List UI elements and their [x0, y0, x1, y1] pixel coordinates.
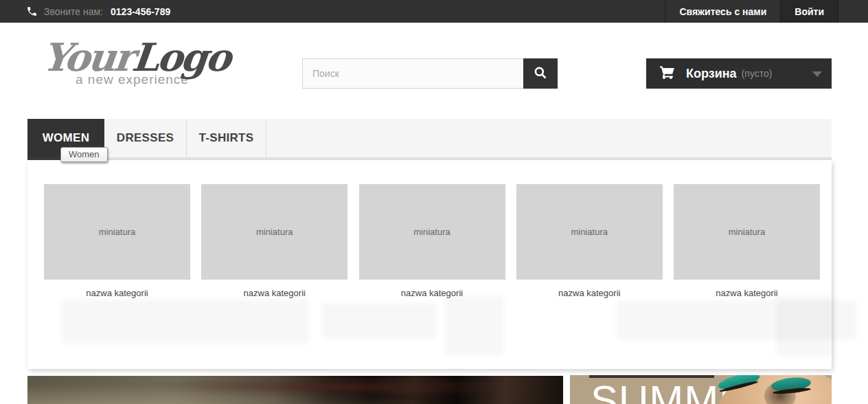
category-item[interactable]: miniatura nazwa kategorii	[201, 184, 347, 298]
store-logo[interactable]: YourLogo a new experience	[43, 38, 229, 87]
ghost-artifact	[776, 296, 832, 357]
category-thumbnail[interactable]: miniatura	[201, 184, 347, 280]
category-thumbnail[interactable]: miniatura	[44, 184, 190, 280]
ghost-artifact	[445, 296, 504, 355]
logo-text: YourLogo	[41, 38, 231, 76]
search-input[interactable]	[302, 58, 523, 89]
homepage-slider: SUMMER	[0, 375, 868, 404]
main-nav: WOMEN DRESSES T-SHIRTS	[27, 119, 832, 157]
slider-photo-banner[interactable]	[27, 376, 563, 404]
category-thumbnail[interactable]: miniatura	[674, 184, 820, 280]
model-face-image	[701, 375, 832, 404]
category-item[interactable]: miniatura nazwa kategorii	[516, 184, 663, 298]
search-box	[302, 58, 558, 89]
category-thumbnail[interactable]: miniatura	[359, 184, 505, 280]
category-row: miniatura nazwa kategorii miniatura nazw…	[27, 160, 832, 298]
summer-banner[interactable]: SUMMER	[570, 375, 832, 404]
search-icon	[534, 66, 547, 82]
ghost-artifact	[321, 303, 437, 339]
topbar: Звоните нам: 0123-456-789 Свяжитесь с на…	[0, 0, 868, 23]
topbar-links: Свяжитесь с нами Войти	[665, 0, 868, 23]
chevron-down-icon	[812, 71, 822, 77]
cart-icon	[659, 64, 676, 83]
phone-number: 0123-456-789	[111, 6, 170, 17]
cart-empty-status: (пусто)	[742, 68, 773, 79]
category-name[interactable]: nazwa kategorii	[516, 288, 663, 298]
login-link[interactable]: Войти	[780, 0, 838, 23]
phone-icon	[26, 5, 38, 17]
category-item[interactable]: miniatura nazwa kategorii	[674, 184, 820, 298]
cart-label: Корзина	[686, 67, 737, 81]
cart-dropdown[interactable]: Корзина (пусто)	[646, 58, 832, 89]
category-item[interactable]: miniatura nazwa kategorii	[44, 184, 190, 298]
logo-word-your: Your	[41, 34, 135, 80]
women-mega-menu: miniatura nazwa kategorii miniatura nazw…	[27, 160, 832, 369]
category-name[interactable]: nazwa kategorii	[201, 288, 347, 298]
nav-item-dresses[interactable]: DRESSES	[104, 119, 187, 157]
search-button[interactable]	[523, 58, 558, 89]
category-name[interactable]: nazwa kategorii	[44, 288, 190, 298]
contact-us-link[interactable]: Свяжитесь с нами	[665, 0, 780, 23]
category-item[interactable]: miniatura nazwa kategorii	[359, 184, 505, 298]
header: YourLogo a new experience Корзина (пусто…	[0, 23, 868, 118]
call-us-label: Звоните нам:	[44, 6, 103, 17]
nav-item-tshirts[interactable]: T-SHIRTS	[187, 119, 266, 157]
nav-tooltip: Women	[60, 147, 108, 162]
topbar-spacer	[838, 0, 868, 23]
logo-word-logo: Logo	[130, 34, 231, 80]
ghost-artifact	[62, 299, 309, 344]
category-thumbnail[interactable]: miniatura	[516, 184, 663, 280]
call-us-block: Звоните нам: 0123-456-789	[0, 5, 170, 17]
